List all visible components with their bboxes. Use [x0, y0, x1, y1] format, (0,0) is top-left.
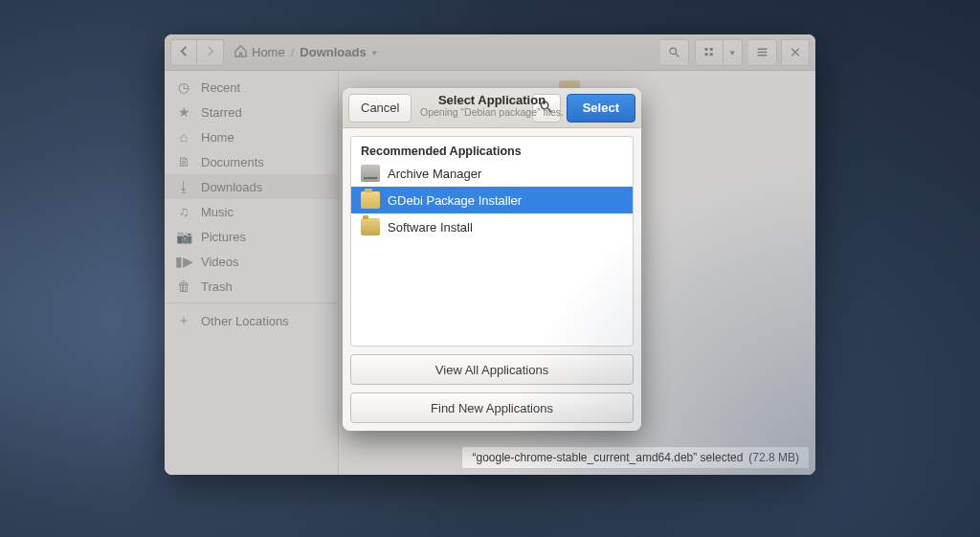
svg-point-0 — [670, 48, 677, 55]
sidebar-item-label: Other Locations — [201, 314, 289, 328]
app-row-software-install[interactable]: Software Install — [351, 213, 633, 240]
package-icon — [361, 218, 380, 235]
app-row-label: Archive Manager — [388, 167, 481, 181]
sidebar-item-label: Videos — [201, 255, 239, 269]
sidebar-item-label: Starred — [201, 105, 242, 120]
toolbar-hamburger[interactable] — [748, 39, 777, 66]
statusbar: “google-chrome-stable_current_amd64.deb”… — [461, 446, 810, 469]
nav-buttons — [170, 39, 224, 66]
find-new-applications-button[interactable]: Find New Applications — [350, 392, 634, 423]
sidebar-item-label: Recent — [201, 80, 240, 95]
hamburger-icon — [756, 45, 768, 59]
trash-icon: 🗑 — [176, 279, 191, 294]
camera-icon: 📷 — [176, 229, 191, 244]
sidebar-item-recent[interactable]: ◷ Recent — [165, 75, 338, 100]
music-icon: ♫ — [176, 204, 191, 219]
close-icon — [790, 45, 801, 59]
path-separator: / — [291, 45, 295, 59]
sidebar-item-label: Music — [201, 205, 234, 219]
status-filesize: (72.8 MB) — [748, 451, 799, 464]
sidebar-item-home[interactable]: ⌂ Home — [165, 124, 338, 149]
clock-icon: ◷ — [176, 79, 191, 95]
home-icon — [234, 44, 248, 61]
toolbar-viewdropdown[interactable]: ▾ — [724, 39, 743, 66]
sidebar-item-label: Home — [201, 130, 234, 145]
sidebar-item-trash[interactable]: 🗑 Trash — [165, 274, 338, 299]
nav-forward-button[interactable] — [197, 39, 224, 66]
sidebar-item-label: Documents — [201, 155, 264, 169]
svg-rect-1 — [705, 48, 708, 51]
document-icon: 🗎 — [176, 154, 191, 169]
cancel-button[interactable]: Cancel — [348, 94, 412, 123]
toolbar-viewmode[interactable] — [695, 39, 724, 66]
search-icon — [668, 45, 680, 59]
video-icon: ▮▶ — [176, 254, 191, 269]
select-button[interactable]: Select — [567, 94, 635, 123]
home-icon: ⌂ — [176, 129, 191, 145]
app-row-label: GDebi Package Installer — [388, 193, 522, 208]
dialog-search-button[interactable] — [532, 94, 561, 123]
nav-back-button[interactable] — [170, 39, 197, 66]
headerbar: Home / Downloads ▾ ▾ — [165, 34, 815, 71]
app-row-label: Software Install — [388, 220, 473, 235]
recommended-header: Recommended Applications — [351, 137, 633, 160]
sidebar-item-label: Downloads — [201, 180, 262, 194]
svg-point-5 — [542, 101, 549, 109]
sidebar-item-documents[interactable]: 🗎 Documents — [165, 149, 338, 174]
dialog-body: Recommended Applications Archive Manager… — [343, 128, 641, 431]
sidebar-item-downloads[interactable]: ⭳ Downloads — [165, 174, 338, 199]
star-icon: ★ — [176, 104, 191, 120]
chevron-down-icon: ▾ — [730, 48, 735, 57]
path-dropdown-icon[interactable]: ▾ — [372, 48, 377, 57]
sidebar-item-videos[interactable]: ▮▶ Videos — [165, 249, 338, 274]
status-filename: “google-chrome-stable_current_amd64.deb”… — [472, 451, 743, 464]
window-close-button[interactable] — [781, 39, 810, 66]
toolbar: ▾ — [655, 39, 810, 66]
archive-icon — [361, 165, 380, 182]
sidebar-item-other-locations[interactable]: ＋ Other Locations — [165, 307, 338, 334]
chevron-left-icon — [177, 44, 191, 58]
app-row-archive-manager[interactable]: Archive Manager — [351, 160, 633, 187]
app-row-gdebi[interactable]: GDebi Package Installer — [351, 187, 633, 213]
download-icon: ⭳ — [176, 179, 191, 194]
package-icon — [361, 191, 380, 209]
sidebar-item-label: Pictures — [201, 230, 246, 244]
pathbar[interactable]: Home / Downloads ▾ — [234, 44, 377, 61]
select-application-dialog: Cancel Select Application Opening “Debia… — [343, 88, 641, 431]
application-list: Recommended Applications Archive Manager… — [350, 136, 634, 347]
dialog-headerbar: Cancel Select Application Opening “Debia… — [343, 88, 641, 128]
svg-rect-2 — [710, 48, 713, 51]
svg-rect-3 — [705, 53, 708, 56]
path-current[interactable]: Downloads — [300, 45, 366, 59]
toolbar-search[interactable] — [660, 39, 689, 66]
sidebar-item-starred[interactable]: ★ Starred — [165, 100, 338, 124]
search-icon — [539, 100, 553, 114]
plus-icon: ＋ — [176, 312, 191, 329]
sidebar-item-pictures[interactable]: 📷 Pictures — [165, 224, 338, 249]
grid-icon — [703, 45, 715, 59]
path-root[interactable]: Home — [252, 45, 285, 59]
chevron-right-icon — [203, 44, 217, 58]
svg-rect-4 — [710, 53, 713, 56]
sidebar-item-music[interactable]: ♫ Music — [165, 199, 338, 224]
sidebar-separator — [165, 302, 338, 303]
sidebar-item-label: Trash — [201, 280, 233, 294]
sidebar: ◷ Recent ★ Starred ⌂ Home 🗎 Documents ⭳ … — [165, 71, 339, 475]
view-all-applications-button[interactable]: View All Applications — [350, 354, 634, 385]
